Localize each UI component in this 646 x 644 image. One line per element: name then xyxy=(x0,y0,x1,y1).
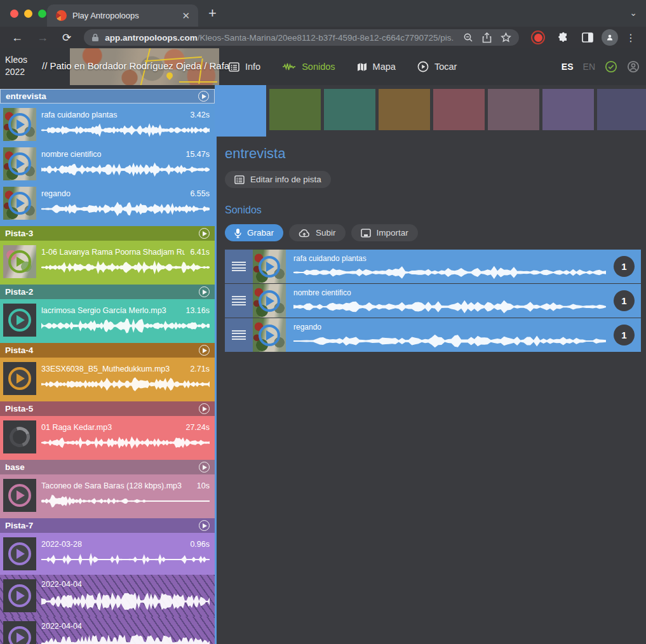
play-icon[interactable] xyxy=(259,256,280,278)
sound-count-badge[interactable]: 1 xyxy=(614,325,635,345)
track-swatch[interactable] xyxy=(269,89,321,130)
sound-thumbnail[interactable] xyxy=(3,147,36,180)
waveform[interactable] xyxy=(41,376,210,392)
sound-item[interactable]: 01 Raga Kedar.mp327.24s xyxy=(0,417,215,457)
sound-item[interactable]: regando6.55s xyxy=(0,184,215,223)
track-header[interactable]: Pista-2 xyxy=(0,285,215,299)
sound-item[interactable]: 33ESX6038_B5_Muthedukkum.mp32.71s xyxy=(0,359,215,398)
play-icon[interactable] xyxy=(8,152,31,175)
sound-thumbnail[interactable] xyxy=(253,284,286,318)
waveform[interactable] xyxy=(41,122,210,138)
sound-item[interactable]: nombre cientifico15.47s xyxy=(0,144,215,184)
play-icon[interactable] xyxy=(8,309,31,332)
address-bar[interactable]: app.antropoloops.com/Kleos-Santa-Marina/… xyxy=(84,29,519,46)
waveform[interactable] xyxy=(41,318,210,334)
play-icon[interactable] xyxy=(8,626,31,644)
side-panel-icon[interactable] xyxy=(577,32,598,43)
browser-menu-icon[interactable]: ⋮ xyxy=(622,32,640,44)
waveform[interactable] xyxy=(41,259,210,276)
sound-item-muted[interactable]: 2022-04-04 xyxy=(0,575,215,617)
sound-thumbnail[interactable] xyxy=(253,250,286,283)
sound-thumbnail[interactable] xyxy=(3,420,36,453)
play-icon[interactable] xyxy=(8,367,31,390)
waveform[interactable] xyxy=(41,201,210,217)
sound-thumbnail[interactable] xyxy=(3,304,36,337)
extensions-puzzle-icon[interactable] xyxy=(553,32,574,43)
drag-handle[interactable] xyxy=(225,284,253,318)
track-swatch[interactable] xyxy=(324,89,375,130)
edit-track-info-button[interactable]: Editar info de pista xyxy=(225,171,331,188)
track-swatch[interactable] xyxy=(379,89,430,130)
profile-avatar[interactable] xyxy=(602,29,618,46)
track-swatch-entrevista[interactable] xyxy=(215,85,266,137)
minimize-window-button[interactable] xyxy=(24,10,32,18)
sound-item[interactable]: 2022-03-280.96s xyxy=(0,533,215,575)
zoom-page-icon[interactable] xyxy=(463,32,473,43)
play-icon[interactable] xyxy=(8,113,31,136)
panel-sound-row[interactable]: regando 1 xyxy=(225,318,641,352)
recording-indicator-icon[interactable] xyxy=(527,30,549,44)
track-play-button[interactable] xyxy=(199,462,210,473)
sound-item[interactable]: rafa cuidando plantas3.42s xyxy=(0,105,215,144)
record-button[interactable]: Grabar xyxy=(225,224,283,241)
panel-sound-row[interactable]: rafa cuidando plantas 1 xyxy=(225,250,641,283)
share-icon[interactable] xyxy=(482,32,492,43)
waveform[interactable] xyxy=(293,333,606,349)
track-header[interactable]: base xyxy=(0,460,215,474)
sound-thumbnail[interactable] xyxy=(3,187,36,220)
waveform[interactable] xyxy=(293,265,606,280)
track-header[interactable]: Pista-5 xyxy=(0,401,215,416)
sound-thumbnail[interactable] xyxy=(3,245,36,278)
track-play-button[interactable] xyxy=(199,345,210,356)
drag-handle[interactable] xyxy=(225,250,253,283)
play-icon[interactable] xyxy=(8,192,31,215)
track-swatch[interactable] xyxy=(488,89,539,130)
browser-tab[interactable]: Play Antropoloops ✕ xyxy=(47,4,198,27)
upload-button[interactable]: Subir xyxy=(289,224,346,241)
sound-item[interactable]: lacrimosa Sergio García Merlo.mp313.16s xyxy=(0,300,215,340)
zoom-window-button[interactable] xyxy=(38,10,46,18)
new-tab-button[interactable]: + xyxy=(208,5,217,22)
waveform[interactable] xyxy=(41,493,210,509)
project-logo[interactable]: Kleos 2022 xyxy=(5,54,27,78)
sound-item[interactable]: Taconeo de Sara Baras (128 kbps).mp310s xyxy=(0,476,215,515)
close-window-button[interactable] xyxy=(10,10,18,18)
panel-sound-row[interactable]: nombre cientifico 1 xyxy=(225,284,641,318)
track-play-button[interactable] xyxy=(199,228,210,239)
waveform[interactable] xyxy=(41,434,210,451)
play-icon[interactable] xyxy=(8,542,31,565)
back-button[interactable]: ← xyxy=(6,31,28,44)
tab-tocar[interactable]: Tocar xyxy=(417,61,457,72)
track-swatch[interactable] xyxy=(433,89,485,130)
account-icon[interactable] xyxy=(627,60,640,73)
sound-thumbnail[interactable] xyxy=(3,621,36,644)
waveform[interactable] xyxy=(41,551,210,568)
tab-search-chevron-icon[interactable]: ⌄ xyxy=(629,8,637,18)
waveform[interactable] xyxy=(41,591,210,612)
track-header[interactable]: Pista-4 xyxy=(0,343,215,358)
tab-sonidos[interactable]: Sonidos xyxy=(282,62,335,72)
sound-thumbnail[interactable] xyxy=(3,579,36,612)
play-icon[interactable] xyxy=(8,484,31,507)
sound-item[interactable]: 1-06 Lavanya Rama Poorna Shadjam Rupak..… xyxy=(0,242,215,281)
lang-en-button[interactable]: EN xyxy=(583,62,595,72)
waveform[interactable] xyxy=(41,633,210,644)
track-play-button[interactable] xyxy=(199,520,210,531)
check-circle-icon[interactable] xyxy=(605,60,617,73)
tab-info[interactable]: Info xyxy=(229,62,260,72)
play-icon[interactable] xyxy=(8,584,31,607)
track-header[interactable]: Pista-3 xyxy=(0,226,215,241)
waveform[interactable] xyxy=(41,161,210,178)
sound-thumbnail[interactable] xyxy=(3,479,36,512)
sound-thumbnail[interactable] xyxy=(3,362,36,395)
sound-count-badge[interactable]: 1 xyxy=(614,256,635,277)
track-play-button[interactable] xyxy=(199,286,210,297)
tab-close-icon[interactable]: ✕ xyxy=(180,10,192,22)
import-button[interactable]: Importar xyxy=(351,224,418,241)
track-header[interactable]: Pista-7 xyxy=(0,518,215,533)
sound-thumbnail[interactable] xyxy=(3,537,36,570)
track-swatch[interactable] xyxy=(542,89,594,130)
lang-es-button[interactable]: ES xyxy=(562,62,574,72)
play-icon[interactable] xyxy=(259,290,280,312)
sound-thumbnail[interactable] xyxy=(253,318,286,352)
